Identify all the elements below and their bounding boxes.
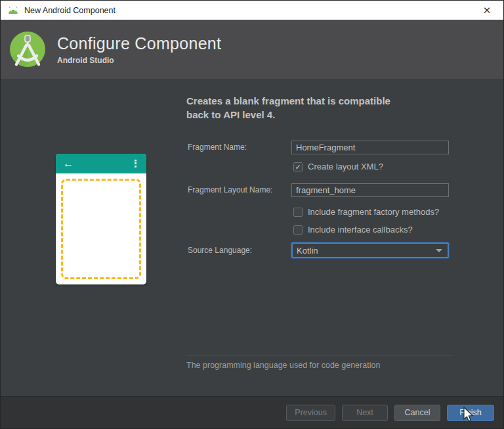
finish-button[interactable]: Finish [447, 405, 494, 421]
wizard-body: ← ⋮ Creates a blank fragment that is com… [1, 79, 503, 396]
page-subtitle: Android Studio [57, 56, 221, 65]
next-button[interactable]: Next [342, 405, 388, 421]
include-callbacks-row[interactable]: Include interface callbacks? [293, 225, 413, 235]
wizard-header: Configure Component Android Studio [1, 20, 503, 79]
source-language-select[interactable]: Kotlin [291, 242, 449, 258]
fragment-layout-name-input[interactable] [291, 183, 449, 197]
close-icon[interactable]: ✕ [476, 1, 498, 20]
cancel-button[interactable]: Cancel [394, 405, 440, 421]
header-text: Configure Component Android Studio [57, 34, 221, 65]
fragment-layout-name-label: Fragment Layout Name: [188, 183, 272, 197]
checkbox-unchecked-icon[interactable] [293, 208, 303, 217]
titlebar: New Android Component ✕ [1, 1, 503, 20]
android-robot-icon [7, 6, 19, 14]
previous-button[interactable]: Previous [286, 405, 335, 421]
hint-divider [186, 355, 453, 355]
fragment-name-input[interactable] [291, 141, 449, 154]
component-description: Creates a blank fragment that is compati… [186, 94, 462, 122]
checkbox-unchecked-icon[interactable] [293, 225, 303, 235]
include-factory-row[interactable]: Include fragment factory methods? [293, 207, 439, 217]
create-layout-xml-row[interactable]: ✓ Create layout XML? [293, 162, 383, 171]
include-factory-label: Include fragment factory methods? [308, 207, 439, 217]
back-arrow-icon: ← [63, 158, 74, 169]
android-studio-logo-icon [9, 30, 47, 68]
new-android-component-dialog: New Android Component ✕ Configure Compon… [0, 0, 504, 429]
overflow-menu-icon: ⋮ [131, 158, 140, 169]
window-title: New Android Component [24, 6, 116, 15]
fragment-dashed-area [61, 179, 141, 279]
include-callbacks-label: Include interface callbacks? [308, 225, 413, 235]
create-layout-xml-label: Create layout XML? [308, 162, 383, 171]
source-language-value: Kotlin [297, 246, 318, 256]
field-hint-text: The programming language used for code g… [186, 361, 380, 370]
fragment-name-label: Fragment Name: [188, 141, 247, 154]
checkbox-checked-icon[interactable]: ✓ [293, 162, 303, 171]
preview-appbar: ← ⋮ [56, 154, 146, 173]
dropdown-arrow-icon [436, 249, 442, 252]
source-language-label: Source Language: [188, 244, 252, 258]
fragment-preview: ← ⋮ [56, 154, 146, 284]
wizard-button-bar: Previous Next Cancel Finish [1, 396, 503, 428]
page-title: Configure Component [57, 34, 221, 53]
